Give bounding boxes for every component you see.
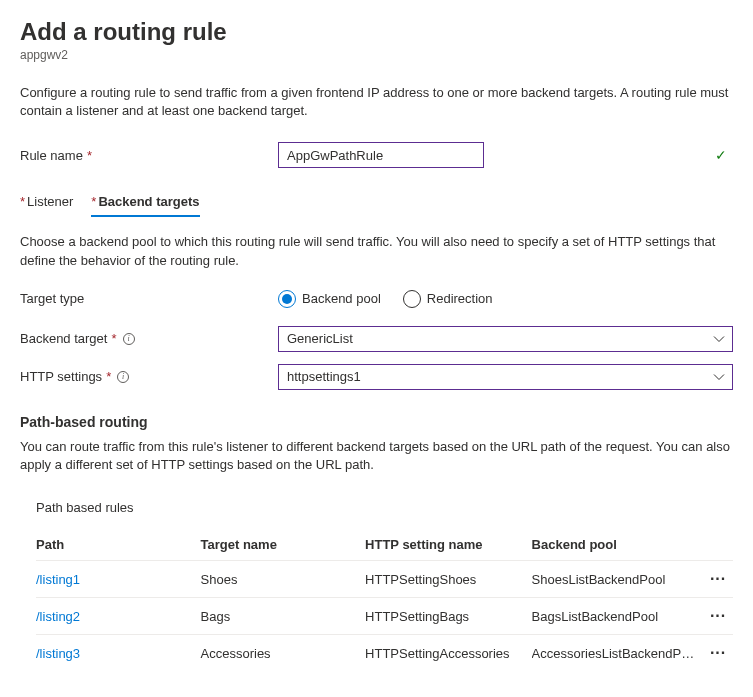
backend-target-value: GenericList	[287, 331, 353, 346]
info-icon[interactable]: i	[123, 333, 135, 345]
tab-backend-label: Backend targets	[98, 194, 199, 209]
cell-http: HTTPSettingShoes	[365, 572, 532, 587]
tabs: * Listener * Backend targets	[20, 194, 733, 217]
path-link[interactable]: /listing2	[36, 609, 201, 624]
tab-listener-label: Listener	[27, 194, 73, 209]
table-row: /listing3 Accessories HTTPSettingAccesso…	[36, 634, 733, 671]
http-settings-label: HTTP settings * i	[20, 369, 278, 384]
cell-target: Accessories	[201, 646, 366, 661]
path-routing-desc: You can route traffic from this rule's l…	[20, 438, 733, 474]
path-link[interactable]: /listing1	[36, 572, 201, 587]
col-header-pool: Backend pool	[532, 537, 704, 552]
backend-target-row: Backend target * i GenericList	[20, 326, 733, 352]
http-settings-row: HTTP settings * i httpsettings1	[20, 364, 733, 390]
table-row: /listing2 Bags HTTPSettingBags BagsListB…	[36, 597, 733, 634]
required-asterisk: *	[111, 331, 116, 346]
more-button[interactable]: ···	[703, 608, 733, 624]
more-button[interactable]: ···	[703, 571, 733, 587]
radio-backend-pool-label: Backend pool	[302, 291, 381, 306]
path-link[interactable]: /listing3	[36, 646, 201, 661]
more-button[interactable]: ···	[703, 645, 733, 661]
page-description: Configure a routing rule to send traffic…	[20, 84, 733, 120]
check-icon: ✓	[715, 147, 727, 163]
target-type-label: Target type	[20, 291, 278, 306]
rule-name-input[interactable]	[278, 142, 484, 168]
info-icon[interactable]: i	[117, 371, 129, 383]
rule-name-input-wrap: ✓	[278, 142, 733, 168]
col-header-actions	[703, 537, 733, 552]
cell-pool: AccessoriesListBackendP…	[532, 646, 704, 661]
target-type-row: Target type Backend pool Redirection	[20, 290, 733, 308]
path-rules-subheading: Path based rules	[36, 500, 733, 515]
rule-name-label: Rule name *	[20, 148, 278, 163]
path-rules-container: Path based rules Path Target name HTTP s…	[20, 500, 733, 671]
backend-target-label: Backend target * i	[20, 331, 278, 346]
rule-name-label-text: Rule name	[20, 148, 83, 163]
radio-icon	[403, 290, 421, 308]
page-title: Add a routing rule	[20, 18, 733, 46]
page-subtitle: appgwv2	[20, 48, 733, 62]
tab-backend-targets[interactable]: * Backend targets	[91, 194, 199, 217]
radio-redirection[interactable]: Redirection	[403, 290, 493, 308]
path-routing-heading: Path-based routing	[20, 414, 733, 430]
radio-backend-pool[interactable]: Backend pool	[278, 290, 381, 308]
target-type-label-text: Target type	[20, 291, 84, 306]
table-header: Path Target name HTTP setting name Backe…	[36, 529, 733, 560]
cell-http: HTTPSettingBags	[365, 609, 532, 624]
http-settings-select-wrap: httpsettings1	[278, 364, 733, 390]
cell-target: Shoes	[201, 572, 366, 587]
tab-listener[interactable]: * Listener	[20, 194, 73, 217]
backend-target-select-wrap: GenericList	[278, 326, 733, 352]
required-asterisk: *	[87, 148, 92, 163]
radio-icon	[278, 290, 296, 308]
backend-description: Choose a backend pool to which this rout…	[20, 233, 733, 269]
col-header-http: HTTP setting name	[365, 537, 532, 552]
http-settings-select[interactable]: httpsettings1	[278, 364, 733, 390]
col-header-path: Path	[36, 537, 201, 552]
backend-target-label-text: Backend target	[20, 331, 107, 346]
radio-redirection-label: Redirection	[427, 291, 493, 306]
col-header-target: Target name	[201, 537, 366, 552]
cell-http: HTTPSettingAccessories	[365, 646, 532, 661]
required-asterisk: *	[91, 194, 96, 209]
required-asterisk: *	[106, 369, 111, 384]
http-settings-value: httpsettings1	[287, 369, 361, 384]
http-settings-label-text: HTTP settings	[20, 369, 102, 384]
table-row: /listing1 Shoes HTTPSettingShoes ShoesLi…	[36, 560, 733, 597]
required-asterisk: *	[20, 194, 25, 209]
cell-target: Bags	[201, 609, 366, 624]
cell-pool: ShoesListBackendPool	[532, 572, 704, 587]
backend-target-select[interactable]: GenericList	[278, 326, 733, 352]
cell-pool: BagsListBackendPool	[532, 609, 704, 624]
rule-name-row: Rule name * ✓	[20, 142, 733, 168]
target-type-radio-group: Backend pool Redirection	[278, 290, 493, 308]
path-rules-table: Path Target name HTTP setting name Backe…	[36, 529, 733, 671]
